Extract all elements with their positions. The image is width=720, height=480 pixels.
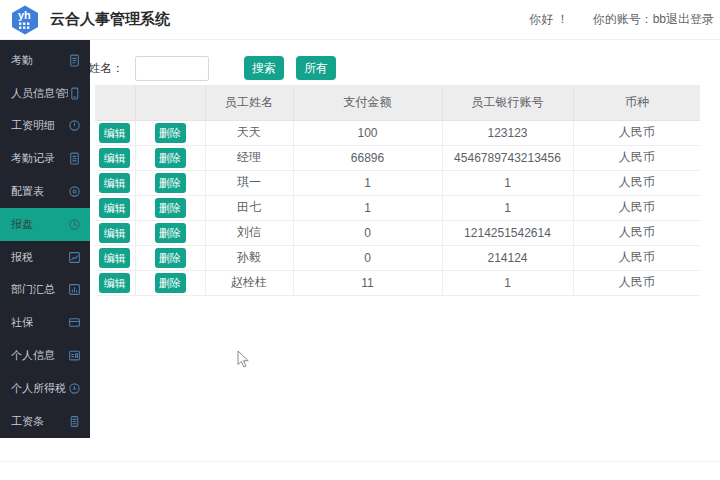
svg-text:yh: yh: [18, 9, 31, 21]
column-header: 币种: [573, 85, 700, 120]
edit-button[interactable]: 编辑: [99, 223, 130, 243]
sidebar-item-salary-detail[interactable]: 工资明细: [0, 110, 90, 143]
page-divider: [0, 461, 720, 462]
delete-button[interactable]: 删除: [155, 148, 186, 168]
cell-employee-name: 田七: [205, 195, 293, 220]
edit-button[interactable]: 编辑: [99, 248, 130, 268]
edit-button[interactable]: 编辑: [99, 273, 130, 293]
cell-pay-amount: 1: [293, 170, 442, 195]
table-row: 编辑 删除 田七 1 1 人民币: [95, 195, 700, 220]
cell-currency: 人民币: [573, 145, 700, 170]
sidebar-item-attendance[interactable]: 考勤: [0, 44, 90, 77]
column-header: 员工银行账号: [442, 85, 573, 120]
cell-pay-amount: 0: [293, 220, 442, 245]
show-all-button[interactable]: 所有: [296, 56, 336, 80]
cell-pay-amount: 100: [293, 120, 442, 145]
cell-pay-amount: 1: [293, 195, 442, 220]
delete-button[interactable]: 删除: [155, 223, 186, 243]
mobile-icon: [68, 87, 81, 100]
column-header-actions: [95, 85, 135, 120]
cell-currency: 人民币: [573, 120, 700, 145]
table-row: 编辑 删除 刘信 0 1214251542614 人民币: [95, 220, 700, 245]
table-header-row: 员工姓名支付金额员工银行账号币种: [95, 85, 700, 120]
cell-currency: 人民币: [573, 245, 700, 270]
edit-button[interactable]: 编辑: [99, 148, 130, 168]
cell-employee-name: 琪一: [205, 170, 293, 195]
name-search-input[interactable]: [135, 56, 209, 81]
delete-button[interactable]: 删除: [155, 123, 186, 143]
table-row: 编辑 删除 赵栓柱 11 1 人民币: [95, 270, 700, 295]
bar-chart-icon: [68, 283, 81, 296]
column-header-actions: [135, 85, 205, 120]
header-account-area: 你好 ！ 你的账号：bb 退出登录: [529, 11, 714, 28]
cell-pay-amount: 11: [293, 270, 442, 295]
cell-bank-account: 4546789743213456: [442, 145, 573, 170]
card-icon: [68, 316, 81, 329]
main-content: 姓名： 搜索 所有 员工姓名支付金额员工银行账号币种 编辑 删除 天天 100 …: [90, 40, 720, 480]
account-label: 你的账号：bb: [593, 11, 666, 28]
sidebar-item-report-disk[interactable]: 报盘: [0, 208, 90, 241]
table-row: 编辑 删除 经理 66896 4546789743213456 人民币: [95, 145, 700, 170]
delete-button[interactable]: 删除: [155, 173, 186, 193]
search-button[interactable]: 搜索: [244, 56, 284, 80]
cell-bank-account: 1: [442, 170, 573, 195]
cell-bank-account: 1214251542614: [442, 220, 573, 245]
cell-currency: 人民币: [573, 195, 700, 220]
sidebar-item-tax-report[interactable]: 报税: [0, 241, 90, 274]
app-title: 云合人事管理系统: [50, 10, 170, 29]
table-row: 编辑 删除 琪一 1 1 人民币: [95, 170, 700, 195]
cell-currency: 人民币: [573, 170, 700, 195]
table-row: 编辑 删除 天天 100 123123 人民币: [95, 120, 700, 145]
edit-button[interactable]: 编辑: [99, 173, 130, 193]
sidebar-item-department-summary[interactable]: 部门汇总: [0, 274, 90, 307]
sidebar-item-personnel-info-mgmt[interactable]: 人员信息管理: [0, 77, 90, 110]
delete-button[interactable]: 删除: [155, 248, 186, 268]
trend-icon: [68, 251, 81, 264]
cell-pay-amount: 66896: [293, 145, 442, 170]
cell-currency: 人民币: [573, 220, 700, 245]
cell-employee-name: 赵栓柱: [205, 270, 293, 295]
sidebar-item-attendance-records[interactable]: 考勤记录: [0, 142, 90, 175]
cell-employee-name: 天天: [205, 120, 293, 145]
sidebar-nav: 考勤 人员信息管理 工资明细 考勤记录 配置表 报盘 报税 部门汇总 社保 个人…: [0, 40, 90, 438]
greeting-text: 你好 ！: [529, 11, 568, 28]
edit-button[interactable]: 编辑: [99, 123, 130, 143]
location-icon: [68, 119, 81, 132]
gear-icon: [68, 185, 81, 198]
cell-employee-name: 经理: [205, 145, 293, 170]
search-bar: 姓名： 搜索 所有: [90, 55, 336, 81]
delete-button[interactable]: 删除: [155, 198, 186, 218]
id-card-icon: [68, 349, 81, 362]
doc-check-icon: [68, 152, 81, 165]
doc-lines-icon: [68, 54, 81, 67]
cell-currency: 人民币: [573, 270, 700, 295]
cell-employee-name: 刘信: [205, 220, 293, 245]
payroll-table: 员工姓名支付金额员工银行账号币种 编辑 删除 天天 100 123123 人民币…: [95, 85, 700, 296]
name-search-label: 姓名：: [88, 60, 124, 77]
sidebar-item-personal-income-tax[interactable]: 个人所得税: [0, 372, 90, 405]
delete-button[interactable]: 删除: [155, 273, 186, 293]
logout-link[interactable]: 退出登录: [666, 11, 714, 28]
sidebar-item-personal-info[interactable]: 个人信息: [0, 339, 90, 372]
top-header: yh 云合人事管理系统 你好 ！ 你的账号：bb 退出登录: [0, 0, 720, 40]
cell-bank-account: 214124: [442, 245, 573, 270]
app-logo-icon: yh: [10, 5, 40, 35]
cell-employee-name: 孙毅: [205, 245, 293, 270]
cell-bank-account: 123123: [442, 120, 573, 145]
column-header: 支付金额: [293, 85, 442, 120]
column-header: 员工姓名: [205, 85, 293, 120]
table-row: 编辑 删除 孙毅 0 214124 人民币: [95, 245, 700, 270]
sidebar-item-payslip[interactable]: 工资条: [0, 405, 90, 438]
cell-bank-account: 1: [442, 195, 573, 220]
cell-bank-account: 1: [442, 270, 573, 295]
cell-pay-amount: 0: [293, 245, 442, 270]
sidebar-item-config-table[interactable]: 配置表: [0, 175, 90, 208]
edit-button[interactable]: 编辑: [99, 198, 130, 218]
sidebar-item-social-insurance[interactable]: 社保: [0, 306, 90, 339]
receipt-icon: [68, 415, 81, 428]
clock-icon: [68, 218, 81, 231]
lock-icon: [68, 382, 81, 395]
